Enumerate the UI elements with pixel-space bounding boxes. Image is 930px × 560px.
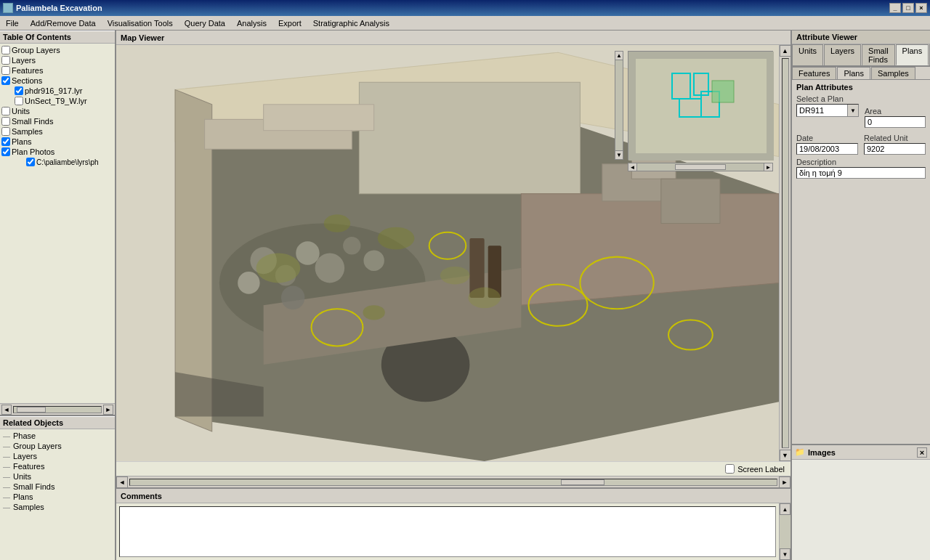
toc-scroll-right[interactable]: ► xyxy=(103,405,113,415)
toc-small-finds[interactable]: Small Finds xyxy=(0,116,115,126)
menu-visualisation[interactable]: Visualisation Tools xyxy=(102,17,179,29)
images-panel: 📁 Images × xyxy=(792,444,930,560)
ov-hscroll-left[interactable]: ◄ xyxy=(628,163,637,171)
toc-sections-sub2[interactable]: UnSect_T9_W.lyr xyxy=(0,96,115,106)
related-layers[interactable]: — Layers xyxy=(3,451,112,461)
toc-units-checkbox[interactable] xyxy=(1,107,10,115)
overview-hscroll[interactable]: ◄ ► xyxy=(628,163,773,171)
comments-scroll-up[interactable]: ▲ xyxy=(780,503,790,515)
toc-features[interactable]: Features xyxy=(0,65,115,76)
menu-file[interactable]: File xyxy=(0,17,25,29)
sub-tab-samples[interactable]: Samples xyxy=(871,67,915,79)
tab-small-finds[interactable]: Small Finds xyxy=(862,44,895,65)
close-button[interactable]: × xyxy=(915,3,927,13)
toc-plan-photos[interactable]: Plan Photos xyxy=(0,147,115,157)
tree-connector-phase: — xyxy=(3,432,10,440)
comments-scroll-down[interactable]: ▼ xyxy=(780,548,790,560)
related-samples-label: Samples xyxy=(13,503,44,511)
related-layers-label: Layers xyxy=(13,452,37,460)
related-phase[interactable]: — Phase xyxy=(3,431,112,441)
ov-hscroll-right[interactable]: ► xyxy=(764,163,772,171)
svg-rect-27 xyxy=(661,179,720,223)
date-input[interactable] xyxy=(796,143,858,155)
toc-samples[interactable]: Samples xyxy=(0,126,115,137)
toc-layers-checkbox[interactable] xyxy=(1,56,10,65)
related-unit-input[interactable] xyxy=(864,143,926,155)
toc-plans[interactable]: Plans xyxy=(0,137,115,147)
map-hscroll-right[interactable]: ► xyxy=(779,476,790,488)
app-icon xyxy=(3,3,13,13)
toc-sections-sub1[interactable]: phdr916_917.lyr xyxy=(0,86,115,96)
ov-scroll-up[interactable]: ▲ xyxy=(615,52,623,60)
related-features[interactable]: — Features xyxy=(3,461,112,471)
menu-add-remove[interactable]: Add/Remove Data xyxy=(25,17,102,29)
overview-vscroll[interactable]: ▲ ▼ xyxy=(615,51,623,160)
toc-plan-photos-sub1-checkbox[interactable] xyxy=(26,158,35,166)
minimize-button[interactable]: _ xyxy=(889,3,901,13)
toc-plan-photos-checkbox[interactable] xyxy=(1,147,10,156)
select-plan-label: Select a Plan xyxy=(796,94,926,103)
sub-tab-plans[interactable]: Plans xyxy=(837,67,870,79)
ov-hscroll-thumb[interactable] xyxy=(675,164,726,170)
screen-label-checkbox[interactable] xyxy=(725,464,735,474)
ov-scroll-down[interactable]: ▼ xyxy=(615,150,623,159)
overview-svg xyxy=(628,52,774,161)
related-samples[interactable]: — Samples xyxy=(3,502,112,512)
images-close-button[interactable]: × xyxy=(917,447,927,458)
toc-layers[interactable]: Layers xyxy=(0,55,115,65)
toc-small-finds-checkbox[interactable] xyxy=(1,117,10,126)
toc-sections-label: Sections xyxy=(12,76,42,85)
date-unit-row: Date Related Unit xyxy=(796,131,926,155)
toc-sections-sub1-label: phdr916_917.lyr xyxy=(25,86,83,95)
select-plan-dropdown[interactable]: DR911 ▼ xyxy=(796,104,859,117)
area-input[interactable] xyxy=(865,116,926,128)
toc-sections-sub1-checkbox[interactable] xyxy=(15,86,23,95)
tab-layers[interactable]: Layers xyxy=(824,44,861,65)
map-hscroll-thumb[interactable] xyxy=(561,479,604,485)
related-objects-panel: Related Objects — Phase — Group Layers —… xyxy=(0,415,115,560)
map-vscroll-down[interactable]: ▼ xyxy=(780,450,791,461)
toc-sections-checkbox[interactable] xyxy=(1,76,10,85)
toc-units[interactable]: Units xyxy=(0,106,115,116)
svg-point-31 xyxy=(324,214,350,232)
related-group-layers[interactable]: — Group Layers xyxy=(3,441,112,451)
left-panel: Table Of Contents Group Layers Layers Fe… xyxy=(0,31,116,560)
area-col: Area xyxy=(865,104,926,128)
sub-tab-features[interactable]: Features xyxy=(792,67,836,79)
description-input[interactable] xyxy=(796,167,926,179)
map-hscroll-track[interactable] xyxy=(129,479,777,486)
toc-group-layers[interactable]: Group Layers xyxy=(0,45,115,55)
menu-strat[interactable]: Stratigraphic Analysis xyxy=(307,17,395,29)
toc-features-checkbox[interactable] xyxy=(1,66,10,75)
menu-analysis[interactable]: Analysis xyxy=(231,17,272,29)
tab-units[interactable]: Units xyxy=(792,44,823,65)
toc-plans-checkbox[interactable] xyxy=(1,137,10,146)
toc-sections-sub2-checkbox[interactable] xyxy=(15,97,23,105)
toc-group-layers-checkbox[interactable] xyxy=(1,46,10,54)
tab-plans[interactable]: Plans xyxy=(896,44,929,65)
comments-textarea[interactable] xyxy=(119,506,776,557)
related-plans[interactable]: — Plans xyxy=(3,492,112,502)
related-small-finds[interactable]: — Small Finds xyxy=(3,482,112,492)
toc-samples-checkbox[interactable] xyxy=(1,127,10,136)
menu-export[interactable]: Export xyxy=(272,17,307,29)
map-vscroll: ▲ ▼ xyxy=(779,45,790,461)
map-hscroll-left[interactable]: ◄ xyxy=(116,476,128,488)
maximize-button[interactable]: □ xyxy=(902,3,914,13)
toc-plan-photos-sub1[interactable]: C:\paliambe\lyrs\ph xyxy=(0,157,115,167)
related-unit-label: Related Unit xyxy=(864,134,926,142)
attr-tabs: Units Layers Small Finds Plans Samples xyxy=(792,44,930,67)
map-vscroll-track[interactable] xyxy=(782,58,789,448)
menu-query[interactable]: Query Data xyxy=(179,17,231,29)
select-plan-arrow[interactable]: ▼ xyxy=(847,105,858,116)
toc-scroll-thumb[interactable] xyxy=(17,407,46,413)
related-units[interactable]: — Units xyxy=(3,471,112,482)
table-of-contents: Table Of Contents Group Layers Layers Fe… xyxy=(0,31,115,403)
related-features-label: Features xyxy=(13,462,44,471)
toc-scroll-track[interactable] xyxy=(13,406,102,413)
excavation-scene[interactable]: ▲ ▼ ◄ ► xyxy=(116,45,779,461)
toc-scroll-left[interactable]: ◄ xyxy=(1,405,12,415)
screen-label-text[interactable]: Screen Label xyxy=(737,465,785,474)
toc-sections[interactable]: Sections xyxy=(0,76,115,86)
map-vscroll-up[interactable]: ▲ xyxy=(780,45,791,57)
